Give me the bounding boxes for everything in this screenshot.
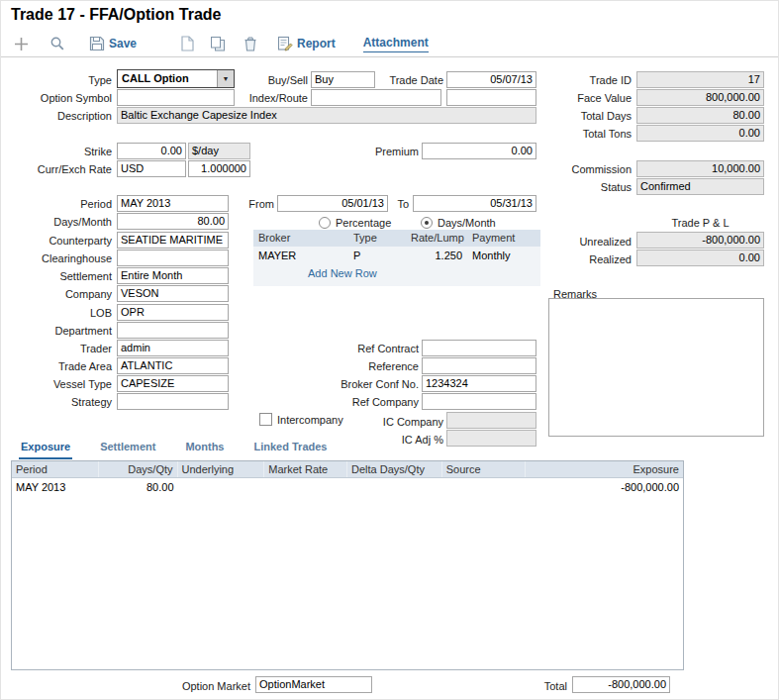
days-month-radio[interactable]: Days/Month xyxy=(421,215,496,230)
option-symbol-input[interactable] xyxy=(117,89,235,106)
clearinghouse-input[interactable] xyxy=(117,250,229,266)
trade-area-input[interactable]: ATLANTIC xyxy=(117,357,229,374)
strike-input[interactable]: 0.00 xyxy=(117,143,186,159)
type-select[interactable]: CALL Option ▼ xyxy=(117,69,235,88)
description-field: Baltic Exchange Capesize Index xyxy=(117,107,536,124)
trade-date-input[interactable]: 05/07/13 xyxy=(446,71,536,88)
status-field: Confirmed xyxy=(636,178,764,195)
intercompany-checkbox[interactable]: Intercompany xyxy=(259,412,343,427)
counterparty-input[interactable]: SEATIDE MARITIME xyxy=(117,232,229,249)
table-row[interactable]: MAY 2013 80.00 -800,000.00 xyxy=(12,478,683,496)
underlying-col-header: Underlying xyxy=(178,461,265,477)
tab-exposure[interactable]: Exposure xyxy=(19,441,72,459)
commission-field: 10,000.00 xyxy=(636,160,764,177)
delete-button[interactable] xyxy=(238,33,263,55)
days-month-label: Days/Month xyxy=(3,214,112,230)
strategy-input[interactable] xyxy=(117,393,229,410)
trade-pnl-header: Trade P & L xyxy=(636,215,764,231)
report-button[interactable]: Report xyxy=(271,33,341,55)
underlying-cell xyxy=(178,478,265,496)
from-input[interactable]: 05/01/13 xyxy=(277,195,388,212)
realized-field: 0.00 xyxy=(636,250,764,266)
exposure-col-header: Exposure xyxy=(526,461,683,477)
trader-label: Trader xyxy=(3,341,112,356)
radio-checked-icon xyxy=(421,217,433,229)
percentage-radio[interactable]: Percentage xyxy=(319,215,391,230)
search-button[interactable] xyxy=(44,33,71,55)
broker-payment-cell: Monthly xyxy=(467,247,540,265)
index-route-input-2[interactable] xyxy=(446,89,536,106)
trader-input[interactable]: admin xyxy=(117,340,229,356)
total-tons-label: Total Tons xyxy=(542,126,632,142)
broker-grid-header: Broker Type Rate/Lump Payment xyxy=(253,230,540,247)
type-label: Type xyxy=(3,72,112,88)
broker-type-col-header: Type xyxy=(348,230,406,247)
broker-type-cell: P xyxy=(348,247,406,265)
add-new-row-link[interactable]: Add New Row xyxy=(308,267,377,279)
remarks-textarea[interactable] xyxy=(548,298,764,437)
company-input[interactable]: VESON xyxy=(117,285,229,302)
ref-company-label: Ref Company xyxy=(338,394,419,410)
tab-linked-trades[interactable]: Linked Trades xyxy=(252,441,330,459)
period-col-header: Period xyxy=(12,461,99,477)
to-input[interactable]: 05/31/13 xyxy=(413,195,536,212)
ic-company-field xyxy=(446,412,536,429)
report-label: Report xyxy=(297,37,336,50)
trade-area-label: Trade Area xyxy=(3,358,112,374)
duplicate-button[interactable] xyxy=(204,33,232,55)
buy-sell-input[interactable]: Buy xyxy=(311,71,375,88)
face-value-label: Face Value xyxy=(542,90,632,106)
tab-months[interactable]: Months xyxy=(183,441,226,459)
tab-settlement[interactable]: Settlement xyxy=(98,441,157,459)
from-label: From xyxy=(239,196,274,212)
settlement-input[interactable]: Entire Month xyxy=(117,267,229,284)
total-label: Total xyxy=(524,678,567,694)
period-input[interactable]: MAY 2013 xyxy=(117,195,229,212)
currency-input[interactable]: USD xyxy=(117,160,186,177)
premium-input[interactable]: 0.00 xyxy=(422,143,536,159)
new-button[interactable] xyxy=(7,33,36,55)
trade-window: Trade 17 - FFA/Option Trade Save xyxy=(0,0,779,700)
save-button[interactable]: Save xyxy=(83,33,143,55)
vessel-type-input[interactable]: CAPESIZE xyxy=(117,375,229,392)
attachment-label: Attachment xyxy=(363,36,429,52)
to-label: To xyxy=(389,196,409,212)
clearinghouse-label: Clearinghouse xyxy=(3,250,112,266)
total-field: -800,000.00 xyxy=(572,676,670,693)
department-input[interactable] xyxy=(117,322,229,339)
attachment-button[interactable]: Attachment xyxy=(357,33,435,55)
copy-icon xyxy=(210,36,226,51)
ref-contract-input[interactable] xyxy=(422,340,536,356)
exch-rate-input[interactable]: 1.000000 xyxy=(188,160,250,177)
premium-label: Premium xyxy=(338,144,419,159)
copy-document-button[interactable] xyxy=(174,33,200,55)
days-month-input[interactable]: 80.00 xyxy=(117,213,229,230)
broker-conf-no-label: Broker Conf No. xyxy=(328,376,419,392)
period-cell: MAY 2013 xyxy=(12,478,99,496)
percentage-radio-label: Percentage xyxy=(336,217,391,229)
strategy-label: Strategy xyxy=(3,394,112,410)
lob-label: LOB xyxy=(3,305,112,321)
trade-id-label: Trade ID xyxy=(542,72,632,88)
broker-conf-no-input[interactable]: 1234324 xyxy=(422,375,536,392)
company-label: Company xyxy=(3,286,112,302)
broker-cell: MAYER xyxy=(253,247,348,265)
curr-exch-rate-label: Curr/Exch Rate xyxy=(3,161,112,177)
commission-label: Commission xyxy=(542,161,632,177)
total-tons-field: 0.00 xyxy=(636,125,764,142)
option-market-input[interactable]: OptionMarket xyxy=(255,676,372,693)
days-qty-cell: 80.00 xyxy=(99,478,178,496)
save-label: Save xyxy=(109,37,137,50)
index-route-input-1[interactable] xyxy=(311,89,441,106)
unrealized-label: Unrealized xyxy=(542,234,632,250)
checkbox-unchecked-icon xyxy=(259,413,272,426)
chevron-down-icon[interactable]: ▼ xyxy=(217,70,234,87)
delta-days-qty-col-header: Delta Days/Qty xyxy=(347,461,442,477)
exposure-cell: -800,000.00 xyxy=(526,478,683,496)
page-title: Trade 17 - FFA/Option Trade xyxy=(11,6,221,24)
broker-row[interactable]: MAYER P 1.250 Monthly xyxy=(253,247,540,265)
reference-input[interactable] xyxy=(422,357,536,374)
total-days-field: 80.00 xyxy=(636,107,764,124)
ref-company-input[interactable] xyxy=(422,393,536,410)
lob-input[interactable]: OPR xyxy=(117,304,229,321)
